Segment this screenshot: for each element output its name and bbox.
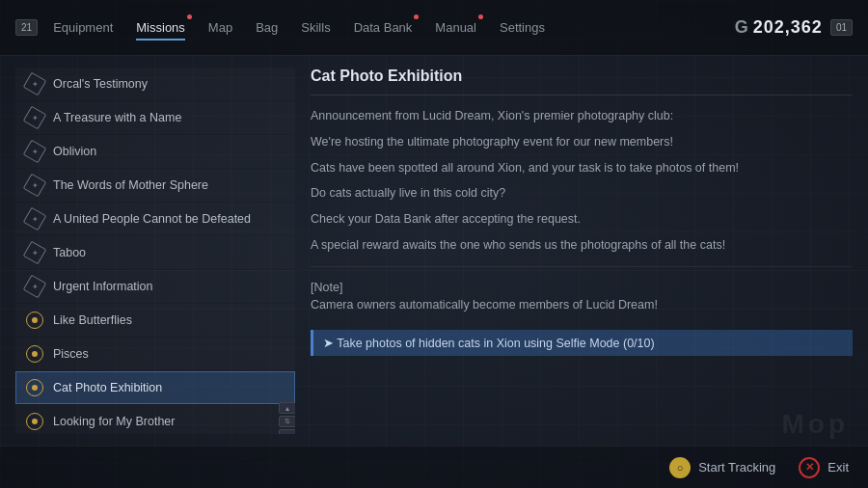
- detail-paragraph: Check your Data Bank after accepting the…: [311, 210, 853, 229]
- bottom-bar: ○ Start Tracking ✕ Exit: [0, 446, 868, 488]
- nav-item-manual[interactable]: Manual: [435, 16, 476, 39]
- nav-dot: [478, 14, 483, 19]
- mission-item[interactable]: ✦A United People Cannot be Defeated: [15, 203, 295, 235]
- currency-g-label: G: [735, 17, 749, 37]
- nav-item-data-bank[interactable]: Data Bank: [354, 16, 413, 39]
- detail-divider: [311, 266, 853, 267]
- detail-paragraph: Announcement from Lucid Dream, Xion's pr…: [311, 107, 853, 125]
- mission-label: Pisces: [53, 347, 285, 361]
- mission-icon: ✦: [23, 106, 47, 130]
- currency-value: 202,362: [753, 17, 823, 37]
- detail-note: [Note] Camera owners automatically becom…: [311, 279, 853, 315]
- main-content: ✦Orcal's Testimony✦A Treasure with a Nam…: [0, 56, 868, 446]
- mission-icon: ✦: [23, 72, 47, 96]
- side-btn-down[interactable]: ▼: [279, 429, 295, 434]
- exit-button[interactable]: ✕ Exit: [799, 457, 849, 478]
- detail-paragraph: We're hosting the ultimate photography e…: [311, 133, 853, 151]
- exit-icon: ✕: [799, 457, 820, 478]
- detail-paragraph: Do cats actually live in this cold city?: [311, 184, 853, 203]
- task-text: ➤ Take photos of hidden cats in Xion usi…: [323, 336, 655, 350]
- mission-label: Oblivion: [53, 145, 285, 158]
- nav-items: EquipmentMissionsMapBagSkillsData BankMa…: [53, 16, 735, 39]
- mission-item[interactable]: Like Butterflies: [15, 304, 295, 337]
- mission-item[interactable]: Cat Photo Exhibition: [15, 371, 295, 404]
- nav-dot: [414, 14, 419, 19]
- mission-label: Looking for My Brother: [53, 415, 285, 428]
- detail-paragraph: A special reward awaits the one who send…: [311, 236, 853, 255]
- mission-item[interactable]: Pisces: [15, 338, 295, 370]
- detail-body: Announcement from Lucid Dream, Xion's pr…: [311, 107, 853, 434]
- mission-icon: ✦: [23, 207, 47, 231]
- mission-icon: [26, 345, 43, 363]
- mission-label: Orcal's Testimony: [53, 77, 285, 91]
- task-bar: ➤ Take photos of hidden cats in Xion usi…: [311, 330, 853, 356]
- mission-item[interactable]: Looking for My Brother▲⇅▼: [15, 405, 295, 434]
- mission-item[interactable]: ✦Orcal's Testimony: [15, 68, 295, 100]
- mission-label: The Words of Mother Sphere: [53, 178, 285, 192]
- start-tracking-button[interactable]: ○ Start Tracking: [669, 457, 775, 478]
- mission-label: A Treasure with a Name: [53, 111, 285, 124]
- left-badge: 21: [15, 19, 38, 36]
- nav-item-settings[interactable]: Settings: [500, 16, 545, 39]
- side-btn-sort[interactable]: ⇅: [279, 416, 295, 427]
- nav-item-missions[interactable]: Missions: [136, 16, 185, 39]
- currency-display: G202,362: [735, 17, 823, 38]
- nav-item-bag[interactable]: Bag: [256, 16, 278, 39]
- svg-point-3: [32, 419, 38, 424]
- track-icon: ○: [669, 457, 691, 478]
- mission-icon: ✦: [23, 174, 47, 198]
- right-badge: 01: [830, 19, 853, 36]
- nav-right: G202,362 01: [735, 17, 853, 38]
- nav-item-equipment[interactable]: Equipment: [53, 16, 113, 39]
- mission-label: Taboo: [53, 246, 285, 259]
- mission-item[interactable]: ✦A Treasure with a Name: [15, 101, 295, 134]
- mission-label: Urgent Information: [53, 280, 285, 293]
- mission-icon: [26, 379, 43, 396]
- mission-item[interactable]: ✦Oblivion: [15, 135, 295, 168]
- mission-item[interactable]: ✦Urgent Information: [15, 270, 295, 303]
- detail-title: Cat Photo Exhibition: [311, 68, 853, 95]
- mission-label: Cat Photo Exhibition: [53, 381, 285, 394]
- svg-point-2: [32, 385, 38, 391]
- mission-icon: [26, 312, 43, 329]
- svg-point-0: [32, 317, 38, 323]
- mission-icon: ✦: [23, 275, 47, 299]
- detail-paragraph: Cats have been spotted all around Xion, …: [311, 159, 853, 177]
- track-label: Start Tracking: [698, 460, 775, 474]
- nav-item-map[interactable]: Map: [208, 16, 232, 39]
- mission-item[interactable]: ✦Taboo: [15, 236, 295, 269]
- mission-item[interactable]: ✦The Words of Mother Sphere: [15, 169, 295, 202]
- exit-label: Exit: [827, 460, 849, 474]
- mission-label: Like Butterflies: [53, 313, 285, 327]
- mission-list: ✦Orcal's Testimony✦A Treasure with a Nam…: [15, 68, 295, 434]
- mission-side-badge: ▲⇅▼: [279, 402, 295, 434]
- nav-bar: 21 EquipmentMissionsMapBagSkillsData Ban…: [0, 0, 868, 56]
- mission-icon: ✦: [23, 241, 47, 265]
- mission-icon: [26, 413, 43, 430]
- side-btn-up[interactable]: ▲: [279, 402, 295, 414]
- mission-detail: Cat Photo Exhibition Announcement from L…: [307, 68, 853, 434]
- svg-point-1: [32, 351, 38, 357]
- mission-icon: ✦: [23, 140, 47, 164]
- nav-item-skills[interactable]: Skills: [301, 16, 330, 39]
- nav-dot: [187, 14, 192, 19]
- mission-label: A United People Cannot be Defeated: [53, 212, 285, 226]
